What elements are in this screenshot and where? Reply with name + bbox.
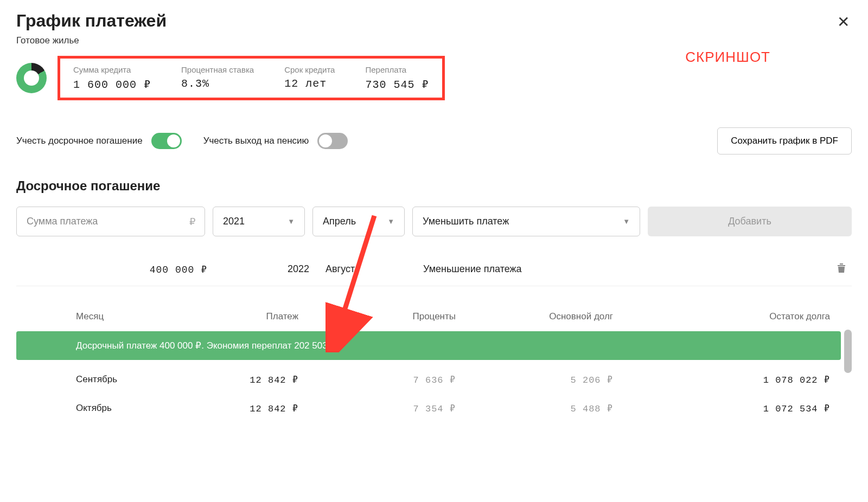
loan-amount-label: Сумма кредита bbox=[73, 65, 151, 74]
cell-principal: 5 488 ₽ bbox=[472, 403, 629, 414]
table-row: Октябрь12 842 ₽7 354 ₽5 488 ₽1 072 534 ₽ bbox=[16, 394, 852, 423]
col-month-header: Месяц bbox=[16, 311, 195, 322]
existing-payment-row: 400 000 ₽ 2022 Август Уменьшение платежа bbox=[16, 253, 852, 286]
month-select-value: Апрель bbox=[323, 216, 356, 227]
term-value: 12 лет bbox=[284, 78, 335, 90]
donut-chart-icon bbox=[16, 63, 47, 93]
month-select[interactable]: Апрель ▼ bbox=[312, 207, 405, 236]
early-repay-toggle-label: Учесть досрочное погашение bbox=[16, 136, 143, 146]
cell-balance: 1 072 534 ₽ bbox=[629, 403, 852, 414]
col-principal-header: Основной долг bbox=[472, 311, 629, 322]
loan-amount-value: 1 600 000 ₽ bbox=[73, 78, 151, 91]
trash-icon[interactable] bbox=[837, 262, 852, 276]
chevron-down-icon: ▼ bbox=[623, 217, 630, 226]
close-icon[interactable]: ✕ bbox=[835, 11, 852, 33]
pension-toggle-label: Учесть выход на пенсию bbox=[203, 136, 309, 146]
action-select[interactable]: Уменьшить платеж ▼ bbox=[412, 207, 640, 236]
cell-month: Сентябрь bbox=[16, 374, 195, 385]
payment-amount-input[interactable] bbox=[16, 207, 205, 236]
scrollbar[interactable] bbox=[844, 330, 852, 373]
existing-year: 2022 bbox=[288, 263, 326, 275]
early-payment-banner: Досрочный платеж 400 000 ₽. Экономия пер… bbox=[16, 331, 841, 360]
existing-amount: 400 000 ₽ bbox=[16, 263, 288, 275]
year-select-value: 2021 bbox=[223, 216, 245, 227]
cell-payment: 12 842 ₽ bbox=[195, 403, 315, 414]
loan-summary-box: Сумма кредита 1 600 000 ₽ Процентная ста… bbox=[58, 56, 445, 100]
chevron-down-icon: ▼ bbox=[387, 217, 394, 226]
cell-month: Октябрь bbox=[16, 403, 195, 414]
cell-payment: 12 842 ₽ bbox=[195, 374, 315, 385]
table-header: Месяц Платеж Проценты Основной долг Оста… bbox=[16, 303, 852, 331]
col-interest-header: Проценты bbox=[315, 311, 472, 322]
table-row: Сентябрь12 842 ₽7 636 ₽5 206 ₽1 078 022 … bbox=[16, 365, 852, 394]
cell-interest: 7 354 ₽ bbox=[315, 403, 472, 414]
rate-label: Процентная ставка bbox=[181, 65, 254, 74]
existing-action: Уменьшение платежа bbox=[423, 263, 837, 275]
screenshot-annotation: СКРИНШОТ bbox=[685, 49, 770, 66]
pension-toggle[interactable] bbox=[317, 133, 348, 149]
chevron-down-icon: ▼ bbox=[288, 217, 295, 226]
overpay-label: Переплата bbox=[365, 65, 429, 74]
action-select-value: Уменьшить платеж bbox=[423, 216, 509, 227]
early-repay-toggle[interactable] bbox=[151, 133, 182, 149]
cell-principal: 5 206 ₽ bbox=[472, 374, 629, 385]
col-balance-header: Остаток долга bbox=[629, 311, 852, 322]
term-label: Срок кредита bbox=[284, 65, 335, 74]
page-subtitle: Готовое жилье bbox=[16, 35, 167, 46]
cell-interest: 7 636 ₽ bbox=[315, 374, 472, 385]
cell-balance: 1 078 022 ₽ bbox=[629, 374, 852, 385]
rate-value: 8.3% bbox=[181, 78, 254, 90]
existing-month: Август bbox=[326, 263, 423, 275]
ruble-icon: ₽ bbox=[189, 216, 195, 228]
add-button[interactable]: Добавить bbox=[648, 207, 852, 236]
year-select[interactable]: 2021 ▼ bbox=[213, 207, 305, 236]
early-repayment-heading: Досрочное погашение bbox=[16, 178, 852, 194]
page-title: График платежей bbox=[16, 11, 167, 31]
overpay-value: 730 545 ₽ bbox=[365, 78, 429, 91]
save-pdf-button[interactable]: Сохранить график в PDF bbox=[717, 127, 852, 155]
col-payment-header: Платеж bbox=[195, 311, 315, 322]
